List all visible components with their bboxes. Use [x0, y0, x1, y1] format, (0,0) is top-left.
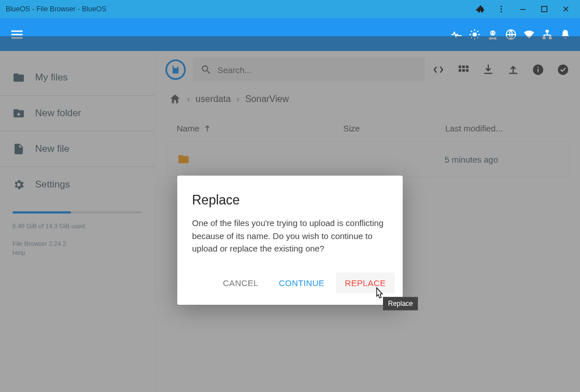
- replace-button[interactable]: REPLACE: [336, 272, 395, 293]
- dialog-title: Replace: [177, 176, 403, 217]
- tooltip: Replace: [383, 297, 418, 310]
- svg-rect-10: [545, 30, 549, 33]
- svg-rect-4: [541, 6, 547, 11]
- dialog-body: One of the files you're trying to upload…: [177, 217, 403, 268]
- svg-point-6: [490, 31, 495, 36]
- extension-icon[interactable]: [469, 0, 491, 18]
- replace-dialog: Replace One of the files you're trying t…: [177, 176, 403, 305]
- svg-point-1: [501, 8, 502, 10]
- kebab-menu-icon[interactable]: [491, 0, 512, 18]
- window-close-button[interactable]: [555, 0, 577, 18]
- svg-point-0: [501, 6, 502, 7]
- window-maximize-button[interactable]: [534, 0, 555, 18]
- window-titlebar: BlueOS - File Browser - BlueOS: [0, 0, 580, 18]
- continue-button[interactable]: CONTINUE: [270, 272, 334, 293]
- svg-point-2: [501, 11, 502, 12]
- window-minimize-button[interactable]: [512, 0, 534, 18]
- cancel-button[interactable]: CANCEL: [214, 272, 267, 293]
- svg-point-8: [493, 32, 494, 33]
- window-title: BlueOS - File Browser - BlueOS: [3, 5, 469, 13]
- svg-rect-3: [520, 9, 525, 10]
- svg-point-7: [491, 32, 492, 33]
